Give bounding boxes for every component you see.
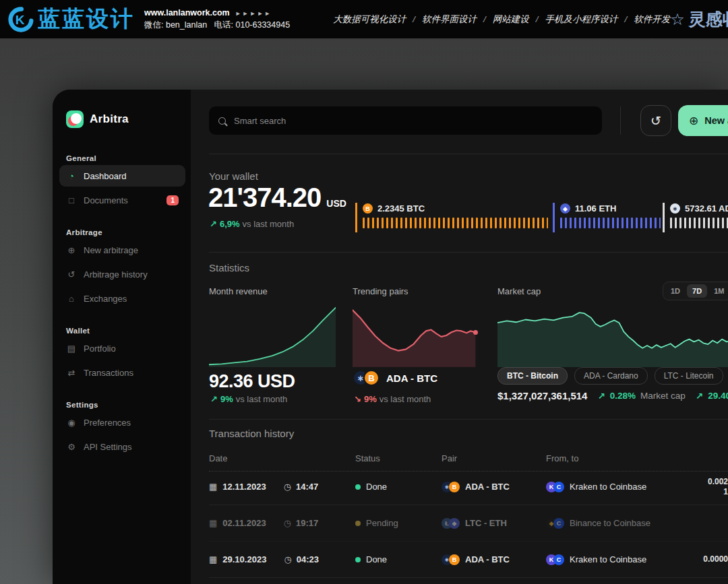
trend-up-icon: ↗: [210, 394, 218, 404]
sidebar-item-portfolio[interactable]: ▤ Portfolio: [59, 337, 185, 359]
sidebar-item-transactions[interactable]: ⇄ Transactions: [59, 362, 185, 383]
sidebar: Arbitra General ◔ Dashboard □ Documents …: [53, 90, 191, 584]
document-icon: □: [66, 195, 77, 205]
nav-item-dev[interactable]: 软件开发: [634, 13, 670, 26]
sidebar-section-settings: Settings: [66, 401, 181, 409]
status-dot: [355, 484, 361, 490]
history-icon: ↺: [66, 269, 77, 280]
market-cap-value: $1,327,027,361,514: [497, 390, 587, 401]
tab-ltc-litecoin[interactable]: LTC - Litecoin: [655, 367, 723, 385]
calendar-icon: ▦: [209, 518, 217, 528]
nav-item-bigdata[interactable]: 大数据可视化设计: [333, 13, 406, 26]
chart-end-dot: [473, 330, 478, 335]
statistics-title: Statistics: [209, 262, 249, 273]
table-row[interactable]: ▦ 12.11.2023 ◷14:47 Done ∗B ADA - BTC KC: [209, 469, 728, 505]
inspiration-collect-button[interactable]: ☆ 灵感收集: [670, 8, 728, 30]
sidebar-item-documents[interactable]: □ Documents 1: [59, 189, 185, 211]
status-text: Pending: [366, 518, 398, 528]
eth-icon: ◆: [449, 518, 460, 529]
search-icon: [218, 117, 226, 125]
trend-up-icon: ↗: [597, 391, 605, 401]
nav-item-software-ui[interactable]: 软件界面设计: [422, 13, 477, 26]
wallet-view-toggle: Currencies E: [663, 173, 728, 196]
table-row[interactable]: ▦ 29.10.2023 ◷04:23 Done ∗B ADA - BTC KC: [209, 542, 728, 578]
collect-label: 灵感收集: [689, 8, 728, 30]
svg-text:K: K: [16, 13, 25, 27]
status-dot: [355, 557, 361, 562]
sidebar-item-new-arbitrage[interactable]: ⊕ New arbitrage: [59, 239, 185, 261]
trending-pairs-chart: [353, 304, 479, 367]
trend-down-icon: ↘: [354, 394, 361, 404]
tab-ada-cardano[interactable]: ADA - Cardano: [574, 367, 648, 385]
header-from-to: From, to: [546, 453, 578, 463]
wallet-title: Your wallet: [209, 170, 258, 182]
btc-icon: B: [449, 554, 460, 565]
agency-website-link[interactable]: www.lanlanwork.com: [144, 8, 230, 18]
market-cap-label: Market cap: [497, 286, 541, 296]
agency-wechat: 微信: ben_lanlan: [144, 20, 207, 30]
btc-icon: B: [449, 482, 460, 492]
sidebar-section-arbitrage: Arbitrage: [66, 228, 181, 236]
section-divider: [209, 419, 728, 420]
tab-btc-bitcoin[interactable]: BTC - Bitcoin: [497, 367, 568, 385]
trending-pair-name: ADA - BTC: [386, 372, 437, 384]
wallet-change: ↗ 6,9% vs last month: [210, 219, 294, 229]
wallet-holding-btc: B 2.2345 BTC: [355, 203, 548, 232]
amount-cell: 0.0000: [703, 542, 728, 577]
coinbase-icon: C: [553, 518, 564, 529]
table-row[interactable]: ▦ 02.11.2023 ◷19:17 Pending Ł◆ LTC - ETH…: [209, 505, 728, 542]
nav-item-mobile[interactable]: 手机及小程序设计: [545, 13, 617, 26]
calendar-icon: ▦: [209, 482, 217, 492]
month-revenue-change: ↗ 9% vs last month: [210, 394, 287, 404]
clock-icon: ◷: [284, 554, 291, 564]
coinbase-icon: C: [553, 554, 564, 565]
btc-accent-bar: [355, 203, 357, 232]
eth-activity-bars: [560, 218, 661, 228]
status-dot: [355, 521, 361, 526]
status-text: Done: [366, 554, 387, 564]
nav-item-website[interactable]: 网站建设: [493, 13, 529, 26]
app-brand-name: Arbitra: [90, 112, 129, 126]
range-toggle: 1D 7D 1M: [663, 282, 728, 300]
sidebar-item-api-settings[interactable]: ⚙ API Settings: [59, 436, 185, 457]
arrows-decoration: ►►►►►: [235, 10, 272, 17]
balance-amount: 21'374.20: [208, 183, 321, 213]
wallet-icon: ▤: [66, 344, 77, 354]
ada-activity-bars: [670, 218, 728, 228]
new-arbitrage-button[interactable]: ⊕ New a: [678, 105, 728, 136]
header-status: Status: [355, 453, 380, 463]
toggle-icon: ◉: [66, 418, 77, 428]
sidebar-item-exchanges[interactable]: ⌂ Exchanges: [59, 288, 185, 309]
sidebar-item-arbitrage-history[interactable]: ↺ Arbitrage history: [59, 263, 185, 285]
btc-icon: B: [363, 370, 380, 386]
agency-nav: 大数据可视化设计/ 软件界面设计/ 网站建设/ 手机及小程序设计/ 软件开发: [333, 13, 670, 26]
month-revenue-value: 92.36 USD: [209, 371, 295, 392]
clock-icon: ◷: [284, 518, 291, 528]
eth-accent-bar: [553, 203, 555, 232]
range-1m[interactable]: 1M: [708, 284, 728, 298]
plus-circle-icon: ⊕: [689, 114, 698, 128]
history-icon: ↺: [650, 113, 661, 129]
market-cap-stats: $1,327,027,361,514 ↗ 0.28% Market cap ↗ …: [497, 390, 728, 401]
header-date: Date: [209, 453, 227, 463]
btc-activity-bars: [363, 218, 548, 228]
btc-amount: 2.2345 BTC: [377, 203, 425, 214]
history-button[interactable]: ↺: [640, 105, 671, 136]
sidebar-item-dashboard[interactable]: ◔ Dashboard: [59, 165, 185, 187]
arbitra-logo-icon: [66, 110, 84, 128]
agency-logo[interactable]: K 蓝蓝设计: [0, 4, 135, 34]
app-brand[interactable]: Arbitra: [66, 110, 181, 129]
trend-up-icon: ↗: [696, 391, 703, 401]
month-revenue-chart: [209, 304, 336, 367]
sidebar-item-preferences[interactable]: ◉ Preferences: [59, 412, 185, 433]
trending-pairs-label: Trending pairs: [353, 286, 408, 296]
arbitra-app-window: Arbitra General ◔ Dashboard □ Documents …: [53, 90, 728, 584]
range-1d[interactable]: 1D: [665, 284, 686, 298]
agency-contact: www.lanlanwork.com►►►►► 微信: ben_lanlan 电…: [144, 7, 290, 31]
agency-logo-text: 蓝蓝设计: [38, 4, 135, 34]
sidebar-section-general: General: [66, 154, 181, 162]
screenshot-root: K 蓝蓝设计 www.lanlanwork.com►►►►► 微信: ben_l…: [0, 0, 728, 584]
range-7d[interactable]: 7D: [687, 284, 707, 298]
eth-amount: 11.06 ETH: [575, 203, 616, 214]
search-input[interactable]: [233, 115, 593, 127]
